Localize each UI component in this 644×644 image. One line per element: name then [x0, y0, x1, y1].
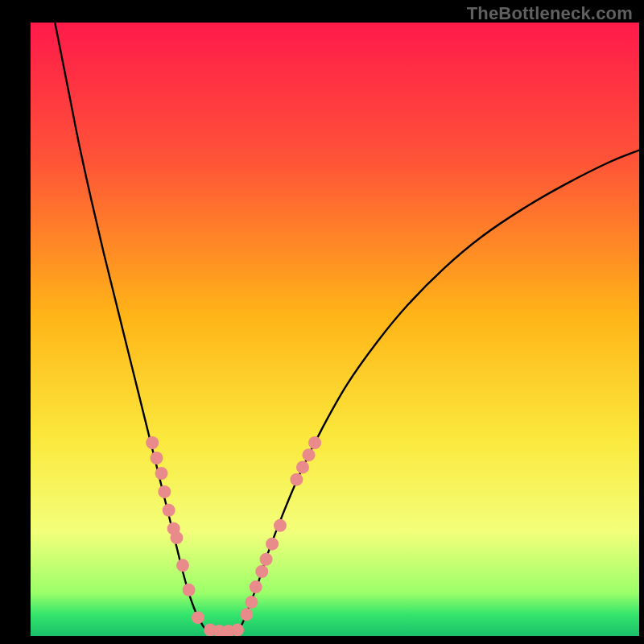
- data-dot-right: [296, 460, 309, 473]
- watermark-text: TheBottleneck.com: [467, 3, 633, 24]
- data-dot-bottom: [231, 623, 244, 636]
- data-dot-right: [266, 538, 279, 551]
- data-dot-left: [150, 452, 163, 464]
- data-dot-left: [183, 584, 196, 597]
- data-dot-right: [255, 565, 268, 578]
- data-dot-right: [240, 608, 253, 621]
- data-dot-right: [302, 448, 315, 461]
- data-dot-left: [163, 504, 175, 517]
- data-dot-right: [308, 436, 321, 449]
- data-dot-right: [274, 519, 287, 532]
- data-dot-left: [155, 467, 168, 480]
- bottleneck-plot: [31, 23, 639, 636]
- data-dot-right: [260, 553, 273, 566]
- data-dot-left: [192, 611, 204, 624]
- data-dot-left: [158, 485, 171, 498]
- data-dot-right: [245, 596, 258, 609]
- data-dot-right: [250, 580, 262, 593]
- data-dot-left: [176, 559, 189, 572]
- chart-frame: TheBottleneck.com: [0, 0, 644, 644]
- data-dot-left: [146, 436, 159, 449]
- data-dot-right: [290, 473, 303, 486]
- data-dot-left: [170, 531, 183, 544]
